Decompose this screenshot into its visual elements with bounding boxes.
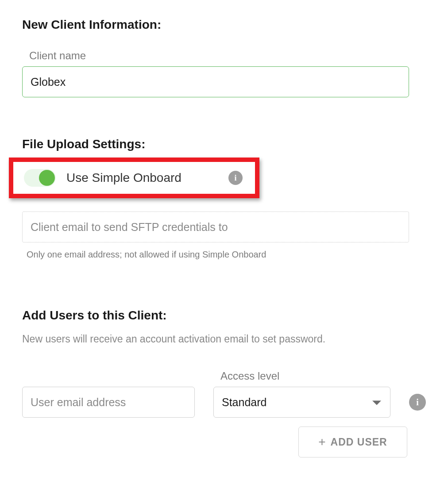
simple-onboard-toggle-label: Use Simple Onboard	[66, 171, 218, 185]
access-level-value: Standard	[222, 396, 266, 409]
user-email-input[interactable]	[22, 387, 195, 418]
access-level-field: Access level Standard	[213, 370, 390, 418]
file-upload-section: File Upload Settings: Use Simple Onboard…	[22, 137, 426, 260]
add-user-button[interactable]: + ADD USER	[298, 427, 407, 457]
plus-icon: +	[318, 436, 326, 448]
info-icon[interactable]: i	[228, 171, 243, 185]
simple-onboard-toggle[interactable]	[24, 169, 56, 187]
chevron-down-icon	[372, 401, 381, 405]
access-level-label: Access level	[220, 370, 390, 382]
access-level-select[interactable]: Standard	[213, 387, 390, 418]
toggle-knob	[39, 170, 55, 186]
info-icon[interactable]: i	[409, 394, 426, 411]
client-info-section: New Client Information: Client name	[22, 18, 426, 97]
section-heading-client-info: New Client Information:	[22, 18, 426, 32]
simple-onboard-highlight: Use Simple Onboard i	[9, 158, 259, 198]
add-user-row: Access level Standard i	[22, 370, 426, 418]
section-heading-add-users: Add Users to this Client:	[22, 308, 426, 323]
client-name-input[interactable]	[22, 66, 409, 97]
add-users-section: Add Users to this Client: New users will…	[22, 308, 426, 457]
add-user-button-label: ADD USER	[331, 436, 387, 448]
sftp-helper-text: Only one email address; not allowed if u…	[27, 250, 426, 260]
add-users-description: New users will receive an account activa…	[22, 333, 426, 345]
section-heading-file-upload: File Upload Settings:	[22, 137, 426, 151]
sftp-email-input[interactable]	[22, 211, 409, 242]
client-name-label: Client name	[29, 50, 426, 62]
